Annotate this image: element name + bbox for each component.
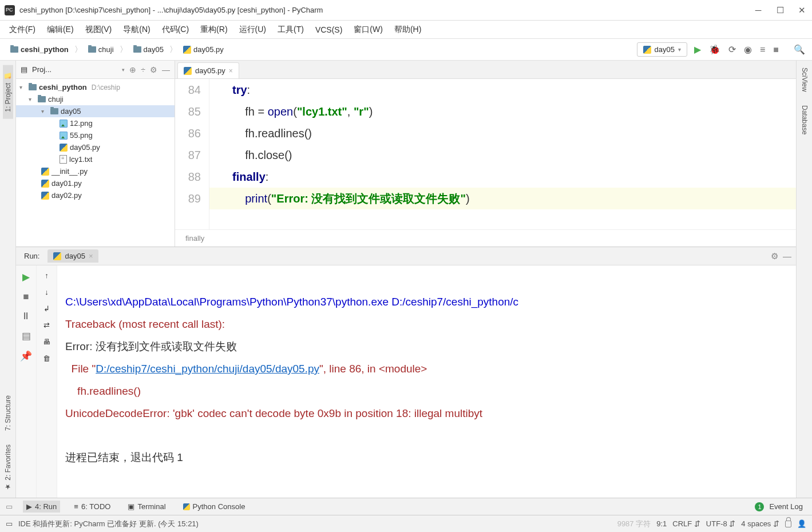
tree-file[interactable]: __init__.py [16, 165, 175, 177]
tree-file[interactable]: day02.py [16, 189, 175, 201]
breadcrumb-file[interactable]: day05.py [180, 44, 227, 55]
rerun-button[interactable]: ▶ [22, 271, 30, 283]
stop-button[interactable]: ■ [23, 291, 29, 303]
output-line: UnicodeDecodeError: 'gbk' codec can't de… [65, 407, 482, 419]
chevron-right-icon: 〉 [169, 45, 177, 55]
code-body[interactable]: try: fh = open("lcy1.txt", "r") fh.readl… [209, 79, 796, 229]
gear-icon[interactable]: ⚙ [771, 251, 778, 261]
pin-button[interactable]: 📌 [20, 350, 32, 362]
wrap-button[interactable]: ↲ [43, 304, 50, 313]
menu-run[interactable]: 运行(U) [235, 22, 271, 37]
favorites-tool-tab[interactable]: ★2: Favorites [3, 438, 13, 498]
terminal-tool-tab[interactable]: ▣ Terminal [124, 501, 169, 513]
main-body: 1: Project📁 7: Structure ★2: Favorites ▤… [0, 61, 812, 498]
menu-file[interactable]: 文件(F) [5, 22, 40, 37]
menu-window[interactable]: 窗口(W) [349, 22, 387, 37]
window-buttons: ─ ☐ ✕ [752, 5, 807, 16]
down-button[interactable]: ↓ [45, 288, 49, 296]
tree-folder[interactable]: ▾chuji [16, 93, 175, 105]
breadcrumb: ceshi_python 〉 chuji 〉 day05 〉 day05.py [7, 44, 637, 55]
menu-help[interactable]: 帮助(H) [390, 22, 426, 37]
editor-panel: day05.py × 848586878889 try: fh = open("… [175, 61, 796, 247]
breadcrumb-label: ceshi_python [21, 45, 69, 54]
trash-button[interactable]: 🗑 [43, 354, 50, 363]
concurrent-button[interactable]: ≡ [760, 45, 765, 55]
todo-tool-tab[interactable]: ≡ 6: TODO [70, 501, 114, 513]
target-icon[interactable]: ⊕ [129, 65, 136, 74]
event-log-tool-tab[interactable]: 1Event Log [751, 501, 806, 513]
maximize-button[interactable]: ☐ [774, 5, 786, 16]
indent[interactable]: 4 spaces ⇵ [741, 519, 779, 528]
line-gutter: 848586878889 [175, 79, 209, 229]
tree-file[interactable]: lcy1.txt [16, 153, 175, 165]
close-tab-icon[interactable]: × [229, 67, 233, 75]
coverage-button[interactable]: ⟳ [728, 44, 736, 55]
inspector-icon[interactable]: 👤 [797, 519, 806, 528]
layout-button[interactable]: ▤ [22, 330, 31, 342]
chevron-down-icon[interactable]: ▾ [122, 67, 125, 73]
error-link[interactable]: D:/ceship7/ceshi_python/chuji/day05/day0… [96, 363, 319, 375]
menu-vcs[interactable]: VCS(S) [311, 23, 347, 37]
run-output[interactable]: C:\Users\xd\AppData\Local\Programs\Pytho… [57, 265, 796, 498]
menu-view[interactable]: 视图(V) [81, 22, 117, 37]
project-panel: ▤ Proj... ▾ ⊕ ÷ ⚙ — ▾ceshi_pythonD:\cesh… [16, 61, 175, 247]
lock-icon[interactable] [785, 521, 791, 527]
tree-file[interactable]: 55.png [16, 129, 175, 141]
collapse-icon[interactable]: ÷ [141, 65, 145, 74]
menu-navigate[interactable]: 导航(N) [118, 22, 155, 37]
tree-root[interactable]: ▾ceshi_pythonD:\ceship [16, 81, 175, 93]
quick-access-icon[interactable]: ▭ [6, 502, 13, 511]
menu-refactor[interactable]: 重构(R) [196, 22, 232, 37]
editor-tab[interactable]: day05.py × [177, 62, 239, 78]
database-tool-tab[interactable]: Database [799, 98, 810, 141]
close-tab-icon[interactable]: × [89, 252, 93, 260]
sciview-tool-tab[interactable]: SciView [799, 61, 810, 98]
tree-file[interactable]: 12.png [16, 117, 175, 129]
project-tree[interactable]: ▾ceshi_pythonD:\ceship ▾chuji ▾day05 12.… [16, 79, 175, 247]
debug-button[interactable]: 🐞 [709, 44, 720, 55]
line-separator[interactable]: CRLF ⇵ [672, 519, 700, 528]
project-title[interactable]: Proj... [32, 65, 117, 74]
breadcrumb-item[interactable]: day05 [130, 44, 167, 55]
search-button[interactable]: 🔍 [794, 44, 805, 55]
tree-file[interactable]: day05.py [16, 141, 175, 153]
menu-code[interactable]: 代码(C) [157, 22, 193, 37]
pycharm-icon [5, 5, 15, 15]
hide-icon[interactable]: — [162, 65, 170, 74]
run-button[interactable]: ▶ [694, 44, 701, 55]
menu-edit[interactable]: 编辑(E) [42, 22, 78, 37]
python-file-icon [184, 67, 192, 75]
output-line: 进程已结束，退出代码 1 [65, 451, 183, 463]
close-button[interactable]: ✕ [796, 5, 807, 16]
editor-breadcrumb[interactable]: finally [175, 229, 796, 247]
run-tool-column-2: ↑ ↓ ↲ ⇄ 🖶 🗑 [37, 265, 57, 498]
menu-tools[interactable]: 工具(T) [273, 22, 308, 37]
project-tool-tab[interactable]: 1: Project📁 [3, 65, 13, 119]
breadcrumb-item[interactable]: chuji [85, 44, 117, 55]
stop-button[interactable]: ■ [773, 45, 779, 55]
editor-tabs: day05.py × [175, 61, 796, 79]
tree-file[interactable]: day01.py [16, 177, 175, 189]
code-editor[interactable]: 848586878889 try: fh = open("lcy1.txt", … [175, 79, 796, 229]
hide-icon[interactable]: — [783, 251, 791, 261]
print-button[interactable]: 🖶 [43, 338, 50, 346]
breadcrumb-label: chuji [98, 45, 114, 54]
folder-icon [133, 46, 141, 53]
encoding[interactable]: UTF-8 ⇵ [706, 519, 735, 528]
run-tab[interactable]: day05 × [47, 249, 98, 263]
up-button[interactable]: ↑ [45, 271, 49, 280]
gear-icon[interactable]: ⚙ [150, 65, 157, 74]
profile-button[interactable]: ◉ [744, 44, 752, 55]
cursor-position[interactable]: 9:1 [656, 519, 667, 528]
breadcrumb-root[interactable]: ceshi_python [7, 44, 72, 55]
run-config-selector[interactable]: day05 ▾ [637, 42, 687, 57]
python-console-tool-tab[interactable]: Python Console [180, 501, 249, 513]
run-tool-tab[interactable]: ▶ 4: Run [23, 501, 60, 513]
structure-tool-tab[interactable]: 7: Structure [3, 388, 13, 438]
tree-folder-selected[interactable]: ▾day05 [16, 105, 175, 117]
scroll-button[interactable]: ⇄ [43, 321, 50, 329]
pause-button[interactable]: ⏸ [21, 311, 31, 322]
minimize-button[interactable]: ─ [752, 5, 764, 16]
status-icon[interactable]: ▭ [6, 519, 13, 528]
status-message[interactable]: IDE 和插件更新: PyCharm 已准备好 更新. (今天 15:21) [18, 519, 199, 529]
